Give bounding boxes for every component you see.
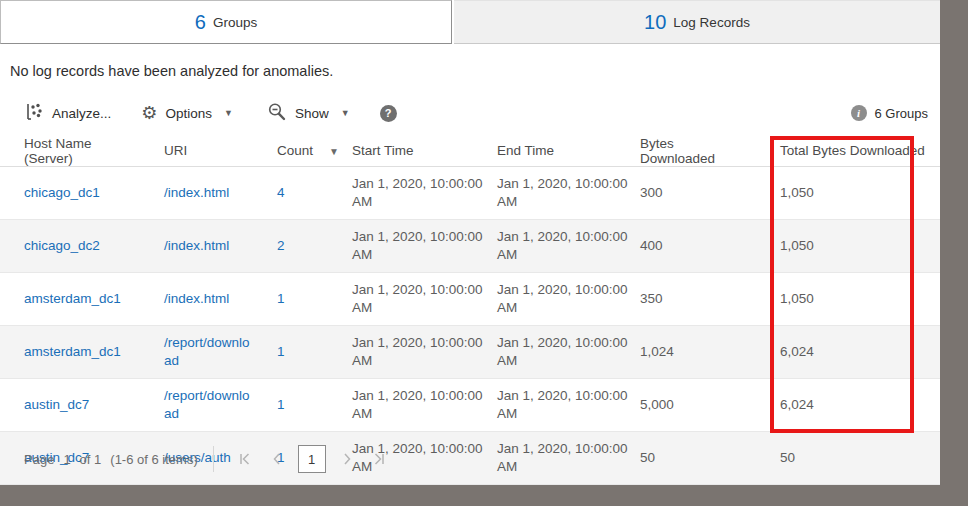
uri-link[interactable]: /index.html <box>164 290 256 308</box>
host-link[interactable]: chicago_dc1 <box>24 185 100 200</box>
cell-start-time: Jan 1, 2020, 10:00:00 AM <box>328 220 473 273</box>
next-page-button[interactable] <box>338 450 356 468</box>
start-time-value: Jan 1, 2020, 10:00:00 AM <box>352 281 489 316</box>
cell-end-time: Jan 1, 2020, 10:00:00 AM <box>473 379 616 432</box>
cell-host: chicago_dc2 <box>0 220 140 273</box>
cell-bytes: 5,000 <box>616 379 756 432</box>
uri-link[interactable]: /index.html <box>164 184 256 202</box>
host-link[interactable]: amsterdam_dc1 <box>24 344 121 359</box>
cell-uri: /report/download <box>140 379 253 432</box>
help-button[interactable]: ? <box>380 105 397 122</box>
groups-summary: i 6 Groups <box>851 105 928 121</box>
page-of-label: of 1 <box>80 452 102 467</box>
cell-end-time: Jan 1, 2020, 10:00:00 AM <box>473 167 616 220</box>
column-header-count-label: Count <box>277 143 313 158</box>
last-page-button[interactable] <box>370 450 388 468</box>
cell-bytes: 300 <box>616 167 756 220</box>
cell-count: 4 <box>253 167 328 220</box>
options-button[interactable]: ⚙ Options ▼ <box>141 104 233 122</box>
pagination-divider <box>213 446 214 472</box>
column-header-uri[interactable]: URI <box>140 135 253 167</box>
column-header-end-time[interactable]: End Time <box>473 135 616 167</box>
start-time-value: Jan 1, 2020, 10:00:00 AM <box>352 334 489 369</box>
column-header-host-name[interactable]: Host Name (Server) <box>0 135 140 167</box>
cell-start-time: Jan 1, 2020, 10:00:00 AM <box>328 379 473 432</box>
end-time-value: Jan 1, 2020, 10:00:00 AM <box>497 281 634 316</box>
cell-host: chicago_dc1 <box>0 167 140 220</box>
options-button-label: Options <box>165 106 212 121</box>
count-link[interactable]: 1 <box>277 291 285 306</box>
cell-host: amsterdam_dc1 <box>0 326 140 379</box>
host-link[interactable]: austin_dc7 <box>24 397 89 412</box>
items-range-label: (1-6 of 6 items) <box>110 452 197 467</box>
table-row: chicago_dc2 /index.html 2 Jan 1, 2020, 1… <box>0 220 940 273</box>
host-link[interactable]: chicago_dc2 <box>24 238 100 253</box>
groups-summary-label: 6 Groups <box>875 106 928 121</box>
cell-total-bytes: 6,024 <box>756 326 940 379</box>
cell-bytes: 400 <box>616 220 756 273</box>
analyze-button[interactable]: Analyze... <box>24 102 111 125</box>
sort-descending-icon[interactable]: ▼ <box>329 146 339 157</box>
column-header-count[interactable]: Count▼ <box>253 135 328 167</box>
column-header-bytes-downloaded[interactable]: Bytes Downloaded <box>616 135 756 167</box>
cell-count: 1 <box>253 326 328 379</box>
count-link[interactable]: 4 <box>277 185 285 200</box>
chevron-down-icon: ▼ <box>224 108 233 118</box>
table-row: austin_dc7 /report/download 1 Jan 1, 202… <box>0 379 940 432</box>
pagination-bar: Page 1 of 1 (1-6 of 6 items) 1 <box>0 441 940 477</box>
gear-icon: ⚙ <box>141 104 157 122</box>
cell-start-time: Jan 1, 2020, 10:00:00 AM <box>328 167 473 220</box>
info-icon: i <box>851 105 867 121</box>
first-page-button[interactable] <box>236 450 254 468</box>
scatter-chart-icon <box>24 102 44 125</box>
tab-bar: 6 Groups 10 Log Records <box>0 0 940 44</box>
cell-bytes: 1,024 <box>616 326 756 379</box>
end-time-value: Jan 1, 2020, 10:00:00 AM <box>497 334 634 369</box>
start-time-value: Jan 1, 2020, 10:00:00 AM <box>352 387 489 422</box>
column-header-total-bytes-downloaded[interactable]: Total Bytes Downloaded <box>756 135 940 167</box>
host-link[interactable]: amsterdam_dc1 <box>24 291 121 306</box>
tab-log-records[interactable]: 10 Log Records <box>454 0 940 44</box>
chevron-left-icon <box>270 452 284 466</box>
first-page-icon <box>238 452 252 466</box>
end-time-value: Jan 1, 2020, 10:00:00 AM <box>497 387 634 422</box>
cell-start-time: Jan 1, 2020, 10:00:00 AM <box>328 326 473 379</box>
column-header-start-time[interactable]: Start Time <box>328 135 473 167</box>
table-header-row: Host Name (Server) URI Count▼ Start Time… <box>0 135 940 167</box>
start-time-value: Jan 1, 2020, 10:00:00 AM <box>352 228 489 263</box>
count-link[interactable]: 2 <box>277 238 285 253</box>
status-message: No log records have been analyzed for an… <box>10 63 940 79</box>
cell-total-bytes: 6,024 <box>756 379 940 432</box>
groups-table: Host Name (Server) URI Count▼ Start Time… <box>0 135 940 485</box>
cell-count: 1 <box>253 379 328 432</box>
start-time-value: Jan 1, 2020, 10:00:00 AM <box>352 175 489 210</box>
tab-groups[interactable]: 6 Groups <box>0 0 452 44</box>
end-time-value: Jan 1, 2020, 10:00:00 AM <box>497 228 634 263</box>
show-button[interactable]: Show ▼ <box>267 102 350 125</box>
toolbar: Analyze... ⚙ Options ▼ Show ▼ <box>0 100 940 126</box>
cell-count: 1 <box>253 273 328 326</box>
end-time-value: Jan 1, 2020, 10:00:00 AM <box>497 175 634 210</box>
current-page-box[interactable]: 1 <box>298 445 326 473</box>
uri-link[interactable]: /index.html <box>164 237 256 255</box>
cell-end-time: Jan 1, 2020, 10:00:00 AM <box>473 273 616 326</box>
tab-log-records-count: 10 <box>644 11 666 34</box>
screen: 6 Groups 10 Log Records No log records h… <box>0 0 968 506</box>
zoom-out-icon <box>267 102 287 125</box>
tab-groups-label: Groups <box>213 15 257 30</box>
count-link[interactable]: 1 <box>277 344 285 359</box>
page-number: 1 <box>63 452 70 467</box>
cell-total-bytes: 1,050 <box>756 273 940 326</box>
uri-link[interactable]: /report/download <box>164 334 256 369</box>
count-link[interactable]: 1 <box>277 397 285 412</box>
tab-groups-count: 6 <box>195 11 206 34</box>
table-row: amsterdam_dc1 /index.html 1 Jan 1, 2020,… <box>0 273 940 326</box>
table-row: amsterdam_dc1 /report/download 1 Jan 1, … <box>0 326 940 379</box>
cell-end-time: Jan 1, 2020, 10:00:00 AM <box>473 220 616 273</box>
previous-page-button[interactable] <box>268 450 286 468</box>
cell-uri: /index.html <box>140 273 253 326</box>
table-row: chicago_dc1 /index.html 4 Jan 1, 2020, 1… <box>0 167 940 220</box>
cell-bytes: 350 <box>616 273 756 326</box>
page-label: Page <box>24 452 54 467</box>
uri-link[interactable]: /report/download <box>164 387 256 422</box>
